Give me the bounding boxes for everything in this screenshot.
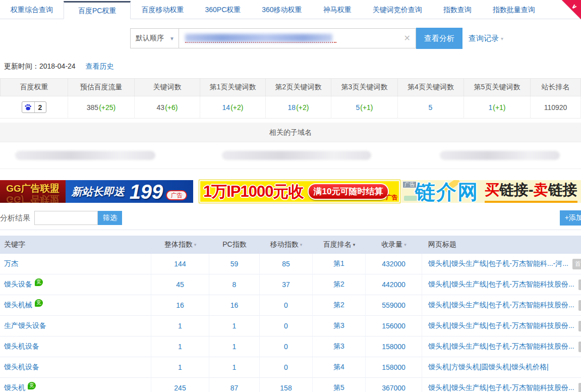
overall-index-cell: 144	[151, 254, 209, 274]
col-label: PC指数	[222, 240, 246, 249]
page-title-link[interactable]: 馒头机|馒头生产线|包子机-万杰智能科技股份...	[428, 321, 574, 330]
query-history-link[interactable]: 查询记录 ▾	[469, 34, 503, 43]
stat-value[interactable]: 18	[288, 103, 296, 111]
page-title-link[interactable]: 馒头机|方馒头机|圆馒头机|馒头机价格|	[428, 363, 549, 372]
overall-index-value: 1	[178, 343, 182, 351]
stat-value[interactable]: 5	[356, 103, 360, 111]
stat-value[interactable]: 1	[488, 103, 492, 111]
tab-360-pc-weight[interactable]: 360PC权重	[194, 1, 251, 19]
ad-banner-ip-revenue[interactable]: 1万IP1000元收 满10元可随时结算 广告	[199, 180, 400, 203]
gg-brand-reflection: GG广告联盟	[6, 193, 60, 203]
gg-offer-text: 新站长即送	[72, 185, 125, 199]
sort-arrow-icon[interactable]: ▾	[194, 242, 197, 247]
page5-count-cell: 1 (+1)	[464, 96, 531, 119]
baidu-weight-badge[interactable]: 2	[22, 101, 46, 113]
ad-banner-gg-alliance[interactable]: GG广告联盟 GG广告联盟 新站长即送 199 广告	[0, 180, 193, 203]
subdomain-link-blurred[interactable]	[222, 151, 371, 160]
tab-baidu-pc-weight[interactable]: 百度PC权重	[64, 1, 131, 19]
tab-keyword-bid-query[interactable]: 关键词竞价查询	[362, 1, 433, 19]
filter-input[interactable]	[34, 211, 98, 225]
stats-col-baidu-weight: 百度权重	[0, 78, 68, 96]
page-title-link[interactable]: 馒头机|馒头生产线|包子机-万杰智能科技股份...	[428, 301, 574, 310]
page-title-link[interactable]: 馒头机|馒头生产线|包子机-万杰智能科技股份...	[428, 383, 574, 392]
overall-index-cell: 16	[151, 295, 209, 316]
mobile-index-cell: 0	[260, 357, 313, 378]
stat-value[interactable]: 14	[222, 103, 230, 111]
homepage-badge: 首页	[578, 300, 581, 311]
pc-index-cell: 59	[209, 254, 260, 274]
page-title-link[interactable]: 馒头机|馒头生产线|包子机-万杰智能科技股份...	[428, 342, 574, 351]
col-header-mobile-index[interactable]: 移动指数 ▾	[260, 236, 313, 254]
page-title-link[interactable]: 馒头机|馒头生产线|包子机-万杰智能科...-河...	[428, 259, 568, 268]
overall-index-value: 245	[174, 384, 186, 392]
baidu-rank-cell: 第5	[313, 378, 366, 392]
keyword-cell: 馒头机械竞	[0, 295, 151, 316]
sort-arrow-icon[interactable]: ▾	[353, 242, 356, 247]
keyword-link[interactable]: 生产馒头设备	[4, 321, 46, 330]
keyword-link[interactable]: 万杰	[4, 259, 18, 268]
sort-order-select[interactable]: 默认顺序 ▼	[130, 28, 179, 48]
col-header-index-volume[interactable]: 收录量 ▾	[366, 236, 422, 254]
col-header-baidu-rank[interactable]: 百度排名 ▾	[313, 236, 366, 254]
bid-icon: 竞	[35, 299, 43, 307]
col-header-overall-index[interactable]: 整体指数 ▾	[151, 236, 209, 254]
tab-weight-overview[interactable]: 权重综合查询	[0, 1, 64, 19]
link-text: 链接	[548, 182, 577, 198]
keyword-cell: 生产馒头设备	[0, 316, 151, 337]
col-header-keyword: 关键字	[0, 236, 151, 254]
filter-button[interactable]: 筛选	[98, 211, 122, 225]
overall-index-cell: 245	[151, 378, 209, 392]
pc-index-cell: 16	[209, 295, 260, 316]
keyword-link[interactable]: 馒头机械	[4, 301, 32, 310]
page4-count-cell: 5	[398, 96, 464, 119]
mobile-index-value: 158	[280, 384, 292, 392]
stat-value[interactable]: 5	[429, 103, 433, 111]
ad-tag: 广告	[386, 193, 398, 202]
update-time-label: 更新时间：2018-04-24	[4, 62, 76, 70]
overall-index-value: 144	[174, 260, 186, 268]
stats-col-page2: 第2页关键词数	[266, 78, 331, 96]
index-volume-cell: 156000	[366, 316, 422, 337]
divider	[0, 230, 581, 230]
keyword-link[interactable]: 馒头机设备	[4, 363, 39, 372]
gg-brand-panel: GG广告联盟 GG广告联盟	[0, 180, 66, 203]
page-title-cell: 馒头机|馒头生产线|包子机-万杰智能科技股份...首页	[422, 295, 581, 316]
search-input[interactable]: ✕	[179, 28, 416, 48]
sort-arrow-icon[interactable]: ▾	[404, 242, 406, 247]
pc-index-cell: 8	[209, 274, 260, 295]
ad-banner-link-market[interactable]: 广告 链介网 买链接-卖链接	[401, 180, 581, 203]
stats-col-page1: 第1页关键词数	[200, 78, 266, 96]
tab-baidu-mobile-weight[interactable]: 百度移动权重	[131, 1, 194, 19]
page-title-link[interactable]: 馒头机|馒头生产线|包子机-万杰智能科技股份...	[428, 280, 574, 289]
bid-icon: 竞	[35, 278, 43, 286]
analyze-button[interactable]: 查看分析	[416, 28, 462, 49]
clear-icon[interactable]: ✕	[404, 33, 411, 43]
sort-arrow-icon[interactable]: ▾	[300, 242, 303, 247]
query-history-label: 查询记录	[469, 34, 499, 43]
subdomain-link-blurred[interactable]	[15, 151, 155, 160]
overall-index-value: 1	[178, 363, 182, 371]
tab-index-batch-query[interactable]: 指数批量查询	[482, 1, 546, 19]
ad-tag: 广告	[166, 190, 187, 200]
link-market-brand: 链介网	[415, 181, 479, 202]
overall-index-value: 1	[178, 322, 182, 330]
tab-shenma-weight[interactable]: 神马权重	[313, 1, 362, 19]
keyword-link[interactable]: 馒头设备	[4, 280, 32, 289]
analysis-result-label: 分析结果	[0, 213, 30, 223]
keyword-link[interactable]: 馒头机设备	[4, 342, 39, 351]
sort-order-label: 默认顺序	[136, 34, 164, 43]
view-history-link[interactable]: 查看历史	[86, 62, 114, 70]
mobile-index-cell: 85	[260, 254, 313, 274]
subdomain-link-blurred[interactable]	[440, 151, 560, 160]
col-label: 网页标题	[428, 240, 456, 249]
ad-tag: 广告	[402, 181, 417, 188]
chevron-down-icon: ▾	[501, 36, 503, 41]
add-button[interactable]: +添加	[560, 210, 581, 226]
tab-360-mobile-weight[interactable]: 360移动权重	[251, 1, 312, 19]
tab-index-query[interactable]: 指数查询	[433, 1, 482, 19]
index-volume-cell: 158000	[366, 357, 422, 378]
mobile-index-cell: 158	[260, 378, 313, 392]
pc-index-value: 1	[233, 322, 237, 330]
keyword-link[interactable]: 馒头机	[4, 383, 25, 392]
mobile-index-value: 0	[284, 301, 288, 309]
